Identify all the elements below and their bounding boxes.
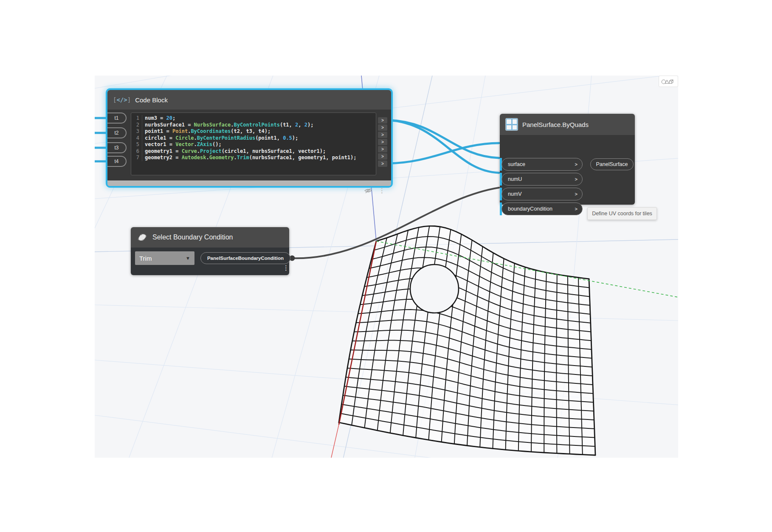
input-port-numV[interactable]: numV> [502, 188, 583, 200]
output-port-6[interactable]: > [378, 153, 387, 160]
quads-icon [505, 118, 518, 131]
code-block-body: 1num3 = 20;2nurbsSurface1 = NurbsSurface… [107, 110, 391, 180]
output-port-2[interactable]: > [378, 124, 387, 131]
geometry-preview-watermark[interactable] [659, 76, 678, 87]
select-boundary-condition-node[interactable]: Select Boundary Condition Trim ▼ PanelSu… [131, 227, 289, 275]
code-block-resize-bar[interactable] [107, 180, 391, 186]
wire-num3-to-numU[interactable] [388, 120, 499, 158]
output-port-5[interactable]: > [378, 146, 387, 152]
panel-node-header[interactable]: PanelSurface.ByQuads [500, 114, 635, 135]
wire-geometry2-to-surface[interactable] [388, 143, 499, 163]
input-port-numU[interactable]: numU> [502, 173, 583, 186]
code-line: 6geometry1 = Curve.Project(circle1, nurb… [131, 148, 376, 155]
select-node-header[interactable]: Select Boundary Condition [131, 227, 289, 248]
code-block-header[interactable]: [</>] Code Block [107, 90, 391, 110]
input-port-t2[interactable]: t2 [107, 127, 127, 138]
code-block-icon: [</>] [113, 96, 131, 103]
surface-preview-3d [339, 226, 595, 455]
node-context-menu-icon[interactable]: ⋮ [379, 187, 385, 194]
code-block-node[interactable]: [</>] Code Block 1num3 = 20;2nurbsSurfac… [107, 90, 391, 186]
code-line: 3point1 = Point.ByCoordinates(t2, t3, t4… [131, 128, 376, 135]
select-node-body: Trim ▼ PanelSurfaceBoundaryCondition ⋮ [131, 248, 289, 275]
output-port-panelsurface[interactable]: PanelSurface [590, 158, 634, 170]
output-port-3[interactable]: > [378, 132, 387, 138]
preview-hidden-eye-icon[interactable] [364, 188, 372, 194]
chevron-down-icon: ▼ [186, 256, 190, 261]
output-port-4[interactable]: > [378, 139, 387, 145]
dynamo-canvas[interactable]: [</>] Code Block 1num3 = 20;2nurbsSurfac… [95, 76, 678, 458]
node-context-menu-icon[interactable]: ⋮ [283, 265, 289, 271]
output-port-1[interactable]: > [378, 117, 387, 124]
input-port-surface[interactable]: surface> [502, 158, 583, 171]
code-line: 4circle1 = Circle.ByCenterPointRadius(po… [131, 135, 376, 142]
trim-hole [410, 265, 459, 313]
panel-node-body: surface>numU>numV>boundaryCondition> Pan… [500, 135, 635, 205]
boundary-condition-dropdown[interactable]: Trim ▼ [135, 251, 194, 265]
node-tooltip: Define UV coords for tiles [587, 207, 657, 220]
dropdown-value: Trim [139, 255, 152, 262]
surface-patch-icon [136, 233, 148, 242]
input-port-t3[interactable]: t3 [107, 142, 127, 153]
node-title: PanelSurface.ByQuads [522, 121, 589, 128]
input-port-t4[interactable]: t4 [107, 156, 127, 167]
geometry-shapes-icon [661, 77, 678, 86]
node-title: Select Boundary Condition [152, 234, 233, 241]
code-editor[interactable]: 1num3 = 20;2nurbsSurface1 = NurbsSurface… [131, 113, 376, 175]
code-line: 1num3 = 20; [131, 115, 376, 122]
output-port-7[interactable]: > [378, 160, 387, 167]
panelsurface-byquads-node[interactable]: PanelSurface.ByQuads surface>numU>numV>b… [500, 114, 635, 205]
node-title: Code Block [135, 96, 168, 104]
output-port-boundary-condition[interactable]: PanelSurfaceBoundaryCondition [200, 252, 290, 264]
input-port-t1[interactable]: t1 [107, 113, 127, 124]
code-line: 7geometry2 = Autodesk.Geometry.Trim(nurb… [131, 155, 376, 161]
code-line: 5vector1 = Vector.ZAxis(); [131, 141, 376, 148]
wire-num3-to-numV[interactable] [388, 120, 499, 173]
code-line: 2nurbsSurface1 = NurbsSurface.ByControlP… [131, 122, 376, 129]
